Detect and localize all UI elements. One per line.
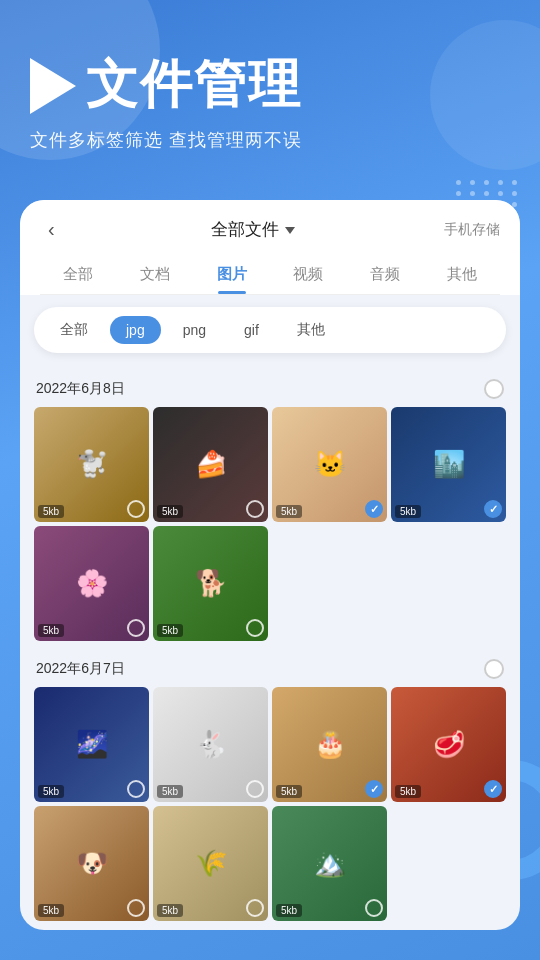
img-checkbox[interactable] [246, 619, 264, 637]
card-header: ‹ 全部文件 手机存储 全部 文档 图片 视频 音频 其他 [20, 200, 520, 295]
list-item[interactable]: 🎂 5kb [272, 687, 387, 802]
app-title-row: 文件管理 [30, 50, 510, 120]
img-checkbox[interactable] [246, 899, 264, 917]
main-card: ‹ 全部文件 手机存储 全部 文档 图片 视频 音频 其他 全部 jpg png… [20, 200, 520, 930]
img-size: 5kb [157, 624, 183, 637]
filter-jpg[interactable]: jpg [110, 316, 161, 344]
img-size: 5kb [276, 904, 302, 917]
date-select-jun7[interactable] [484, 659, 504, 679]
date-select-jun8[interactable] [484, 379, 504, 399]
img-grid-jun7-row2: 🐶 5kb 🌾 5kb 🏔️ 5kb [34, 806, 506, 921]
tab-images[interactable]: 图片 [193, 257, 270, 294]
sub-filter-bar: 全部 jpg png gif 其他 [34, 307, 506, 353]
img-size: 5kb [395, 785, 421, 798]
filter-gif[interactable]: gif [228, 316, 275, 344]
list-item[interactable]: 🐩 5kb [34, 407, 149, 522]
play-icon [30, 58, 76, 114]
date-header-jun8: 2022年6月8日 [34, 371, 506, 407]
img-checkbox[interactable] [246, 500, 264, 518]
list-item[interactable]: 🌸 5kb [34, 526, 149, 641]
img-checkbox[interactable] [127, 899, 145, 917]
list-item[interactable]: 🌾 5kb [153, 806, 268, 921]
app-subtitle: 文件多标签筛选 查找管理两不误 [30, 128, 510, 152]
list-item[interactable]: 🌌 5kb [34, 687, 149, 802]
storage-label: 手机存储 [444, 221, 500, 239]
filter-all[interactable]: 全部 [44, 315, 104, 345]
back-button[interactable]: ‹ [40, 216, 63, 243]
date-label-jun8: 2022年6月8日 [36, 380, 125, 398]
tab-all[interactable]: 全部 [40, 257, 117, 294]
filter-other[interactable]: 其他 [281, 315, 341, 345]
tab-docs[interactable]: 文档 [117, 257, 194, 294]
img-checkbox-checked[interactable] [365, 500, 383, 518]
list-item[interactable]: 🏔️ 5kb [272, 806, 387, 921]
img-checkbox-checked[interactable] [365, 780, 383, 798]
dropdown-arrow-icon [285, 227, 295, 234]
img-checkbox[interactable] [127, 619, 145, 637]
img-checkbox[interactable] [365, 899, 383, 917]
filter-png[interactable]: png [167, 316, 222, 344]
list-item[interactable]: 🥩 5kb [391, 687, 506, 802]
img-size: 5kb [38, 505, 64, 518]
img-grid-jun8-row2: 🌸 5kb 🐕 5kb [34, 526, 506, 641]
img-size: 5kb [395, 505, 421, 518]
tab-video[interactable]: 视频 [270, 257, 347, 294]
img-size: 5kb [157, 505, 183, 518]
folder-title[interactable]: 全部文件 [211, 218, 295, 241]
header-area: 文件管理 文件多标签筛选 查找管理两不误 [0, 0, 540, 172]
card-content[interactable]: 2022年6月8日 🐩 5kb 🍰 5kb 🐱 5kb [20, 361, 520, 930]
img-checkbox-checked[interactable] [484, 500, 502, 518]
date-label-jun7: 2022年6月7日 [36, 660, 125, 678]
folder-title-text: 全部文件 [211, 218, 279, 241]
img-size: 5kb [157, 785, 183, 798]
img-checkbox[interactable] [246, 780, 264, 798]
img-size: 5kb [276, 505, 302, 518]
list-item[interactable]: 🍰 5kb [153, 407, 268, 522]
list-item[interactable]: 🐇 5kb [153, 687, 268, 802]
list-item[interactable]: 🏙️ 5kb [391, 407, 506, 522]
img-checkbox[interactable] [127, 780, 145, 798]
img-grid-jun8-row1: 🐩 5kb 🍰 5kb 🐱 5kb 🏙️ 5kb [34, 407, 506, 522]
img-size: 5kb [38, 624, 64, 637]
date-section-jun7: 2022年6月7日 🌌 5kb 🐇 5kb 🎂 5kb [34, 651, 506, 921]
img-checkbox[interactable] [127, 500, 145, 518]
tab-other[interactable]: 其他 [423, 257, 500, 294]
img-size: 5kb [157, 904, 183, 917]
list-item[interactable]: 🐕 5kb [153, 526, 268, 641]
card-top-row: ‹ 全部文件 手机存储 [40, 216, 500, 243]
category-tabs: 全部 文档 图片 视频 音频 其他 [40, 257, 500, 295]
img-size: 5kb [38, 904, 64, 917]
app-title: 文件管理 [86, 50, 302, 120]
img-grid-jun7-row1: 🌌 5kb 🐇 5kb 🎂 5kb 🥩 5kb [34, 687, 506, 802]
date-header-jun7: 2022年6月7日 [34, 651, 506, 687]
tab-audio[interactable]: 音频 [347, 257, 424, 294]
img-checkbox-checked[interactable] [484, 780, 502, 798]
list-item[interactable]: 🐶 5kb [34, 806, 149, 921]
img-size: 5kb [276, 785, 302, 798]
img-size: 5kb [38, 785, 64, 798]
list-item[interactable]: 🐱 5kb [272, 407, 387, 522]
date-section-jun8: 2022年6月8日 🐩 5kb 🍰 5kb 🐱 5kb [34, 371, 506, 641]
